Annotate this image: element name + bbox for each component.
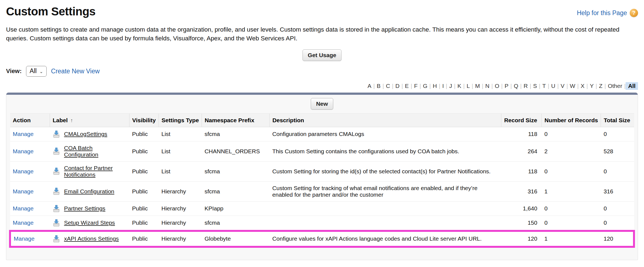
record-size-cell: 150 [501,216,542,231]
setting-label-link[interactable]: Email Configuration [64,188,114,195]
alphabet-filter-e[interactable]: E [403,82,411,90]
manage-link[interactable]: Manage [13,131,34,137]
visibility-cell: Public [129,141,159,161]
number-of-records-cell: 1 [542,231,601,247]
record-size-cell: 1,640 [501,201,542,216]
table-row: Manage COA Batch Configuration Public Li… [10,141,634,161]
alphabet-filter-w[interactable]: W [568,82,577,90]
header-namespace-prefix[interactable]: Namespace Prefix [202,113,270,127]
alphabet-filter-g[interactable]: G [421,82,429,90]
view-select[interactable]: All ⌄ [26,66,47,77]
alphabet-filter-all[interactable]: All [626,82,638,90]
manage-link[interactable]: Manage [14,235,35,242]
settings-type-cell: List [159,127,202,141]
header-number-of-records[interactable]: Number of Records [542,113,601,127]
manage-link[interactable]: Manage [13,205,34,212]
settings-type-cell: Hierarchy [159,216,202,231]
data-tray-download-icon [53,168,60,175]
help-question-icon[interactable]: ? [630,9,638,17]
custom-settings-page: Custom Settings Help for this Page ? Use… [0,0,644,260]
alphabet-filter-t[interactable]: T [540,82,548,90]
page-header: Custom Settings Help for this Page ? [6,5,638,18]
view-controls: View: All ⌄ Create New View [6,66,638,77]
number-of-records-cell: 0 [542,216,601,231]
namespace-prefix-cell: Globebyte [202,231,270,247]
alphabet-filter-k[interactable]: K [456,82,463,90]
data-tray-download-icon [53,205,60,212]
alphabet-filter-n[interactable]: N [483,82,491,90]
table-row: Manage Setup Wizard Steps Public Hierarc… [10,216,634,231]
alphabet-filter-m[interactable]: M [473,82,482,90]
namespace-prefix-cell: sfcma [202,216,270,231]
setting-label-link[interactable]: COA Batch Configuration [64,145,127,158]
chevron-down-icon: ⌄ [39,69,43,74]
alphabet-filter-s[interactable]: S [531,82,539,90]
header-label[interactable]: Label↑ [50,113,129,127]
alphabet-filter-q[interactable]: Q [512,82,520,90]
header-description[interactable]: Description [270,113,501,127]
alphabet-filter-y[interactable]: Y [588,82,595,90]
record-size-cell: 118 [501,127,542,141]
header-visibility[interactable]: Visibility [129,113,159,127]
alphabet-filter-l[interactable]: L [465,82,472,90]
visibility-cell: Public [129,127,159,141]
header-action[interactable]: Action [10,113,50,127]
setting-label-link[interactable]: Setup Wizard Steps [64,219,115,226]
new-button[interactable]: New [311,98,333,110]
alphabet-filter-i[interactable]: I [440,82,446,90]
alphabet-filter-x[interactable]: X [579,82,586,90]
visibility-cell: Public [129,216,159,231]
alphabet-filter-o[interactable]: O [493,82,501,90]
alphabet-filter-d[interactable]: D [394,82,402,90]
alphabet-filter-p[interactable]: P [503,82,510,90]
create-new-view-link[interactable]: Create New View [51,68,100,75]
setting-label-link[interactable]: Contact for Partner Notifications [64,165,127,178]
alphabet-filter-v[interactable]: V [559,82,566,90]
table-body: Manage CMALogSettings Public List sfcma … [10,127,634,247]
settings-type-cell: List [159,161,202,181]
alphabet-filter-h[interactable]: H [431,82,439,90]
alphabet-filter-z[interactable]: Z [597,82,605,90]
number-of-records-cell: 0 [542,127,601,141]
settings-type-cell: Hierarchy [159,231,202,247]
number-of-records-cell: 0 [542,201,601,216]
setting-label-link[interactable]: Partner Settings [64,205,106,212]
manage-link[interactable]: Manage [13,188,34,194]
visibility-cell: Public [129,231,159,247]
help-for-this-page-link[interactable]: Help for this Page [577,9,627,17]
data-tray-download-icon [53,130,60,138]
description-cell: Custom Setting for tracking of what emai… [270,181,501,201]
setting-label-link[interactable]: xAPI Actions Settings [64,235,119,242]
custom-settings-list-panel: New Action Label↑ Visibility Settings Ty… [6,93,638,260]
number-of-records-cell: 1 [542,181,601,201]
description-cell [270,201,501,216]
get-usage-button[interactable]: Get Usage [303,49,341,61]
alphabet-filter-u[interactable]: U [549,82,557,90]
setting-label-link[interactable]: CMALogSettings [64,131,108,137]
alphabet-filter-a[interactable]: A [366,82,373,90]
custom-settings-table: Action Label↑ Visibility Settings Type N… [9,113,635,248]
alphabet-filter-r[interactable]: R [522,82,530,90]
table-header-row: Action Label↑ Visibility Settings Type N… [10,113,634,127]
record-size-cell: 120 [501,231,542,247]
description-cell: Custom Setting for storing the id(s) of … [270,161,501,181]
alphabet-filter-b[interactable]: B [375,82,382,90]
header-total-size[interactable]: Total Size [601,113,634,127]
manage-link[interactable]: Manage [13,168,34,174]
header-record-size[interactable]: Record Size [501,113,542,127]
data-tray-download-icon [53,235,60,243]
alphabet-filter-c[interactable]: C [384,82,392,90]
page-description: Use custom settings to create and manage… [6,25,638,43]
manage-link[interactable]: Manage [13,148,34,154]
table-row: Manage Partner Settings Public Hierarchy… [10,201,634,216]
alphabet-filter-other[interactable]: Other [606,82,624,90]
alphabet-filter-j[interactable]: J [447,82,454,90]
header-settings-type[interactable]: Settings Type [159,113,202,127]
page-title: Custom Settings [6,5,95,18]
namespace-prefix-cell: CHANNEL_ORDERS [202,141,270,161]
alphabet-filter-f[interactable]: F [412,82,420,90]
description-cell: This Custom Setting contains the configu… [270,141,501,161]
manage-link[interactable]: Manage [13,219,34,226]
data-tray-download-icon [53,219,60,227]
table-row: Manage Contact for Partner Notifications… [10,161,634,181]
